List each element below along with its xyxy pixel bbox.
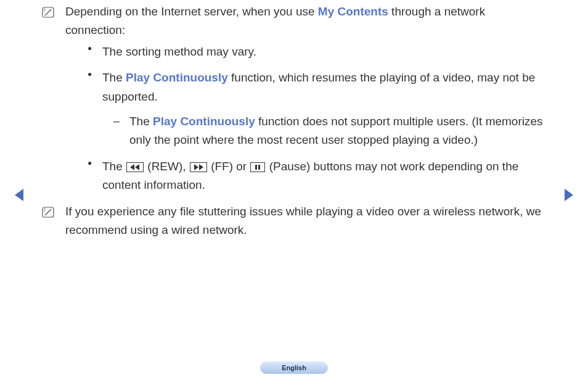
svg-rect-9 xyxy=(255,165,257,170)
note-block-2: If you experience any file stuttering is… xyxy=(60,202,545,240)
next-page-arrow[interactable] xyxy=(563,188,574,202)
bullet-item-3: The (REW), (FF) or (Pause) buttons may n… xyxy=(88,157,545,195)
rewind-icon xyxy=(126,162,144,172)
svg-marker-14 xyxy=(565,189,573,201)
prev-page-arrow[interactable] xyxy=(14,188,25,202)
sub-item-1: The Play Continuously function does not … xyxy=(113,112,545,150)
bullet-item-2: The Play Continuously function, which re… xyxy=(88,68,545,150)
note-text-2: If you experience any file stuttering is… xyxy=(65,202,545,240)
note-block-1: Depending on the Internet server, when y… xyxy=(60,2,545,195)
fast-forward-icon xyxy=(190,162,207,172)
svg-line-12 xyxy=(45,209,51,215)
sub-list: The Play Continuously function does not … xyxy=(113,112,545,150)
bullet-2-prefix: The xyxy=(102,71,126,84)
svg-rect-8 xyxy=(251,162,265,172)
bullet-item-1: The sorting method may vary. xyxy=(88,43,545,61)
note-icon xyxy=(42,205,54,216)
note2-text: If you experience any file stuttering is… xyxy=(65,205,541,236)
svg-marker-3 xyxy=(130,164,134,170)
play-continuously-highlight-2: Play Continuously xyxy=(153,115,255,128)
svg-marker-4 xyxy=(135,164,139,170)
my-contents-highlight: My Contents xyxy=(318,5,388,18)
bullet-1-text: The sorting method may vary. xyxy=(102,45,256,58)
svg-marker-13 xyxy=(15,189,23,201)
bullet-3-ff: (FF) or xyxy=(208,160,250,173)
pause-icon xyxy=(250,162,265,172)
svg-marker-6 xyxy=(194,164,198,170)
bullet-list: The sorting method may vary. The Play Co… xyxy=(88,43,545,195)
play-continuously-highlight-1: Play Continuously xyxy=(126,71,228,84)
document-content: Depending on the Internet server, when y… xyxy=(0,0,588,239)
sub-1-prefix: The xyxy=(129,115,153,128)
svg-line-1 xyxy=(45,9,51,15)
note1-intro-prefix: Depending on the Internet server, when y… xyxy=(65,5,318,18)
bullet-3-p1: The xyxy=(102,160,126,173)
language-badge: English xyxy=(260,362,328,374)
bullet-3-rew: (REW), xyxy=(144,160,189,173)
svg-rect-10 xyxy=(258,165,260,170)
note-icon xyxy=(42,5,54,16)
note-text-1: Depending on the Internet server, when y… xyxy=(65,2,545,195)
svg-marker-7 xyxy=(199,164,203,170)
